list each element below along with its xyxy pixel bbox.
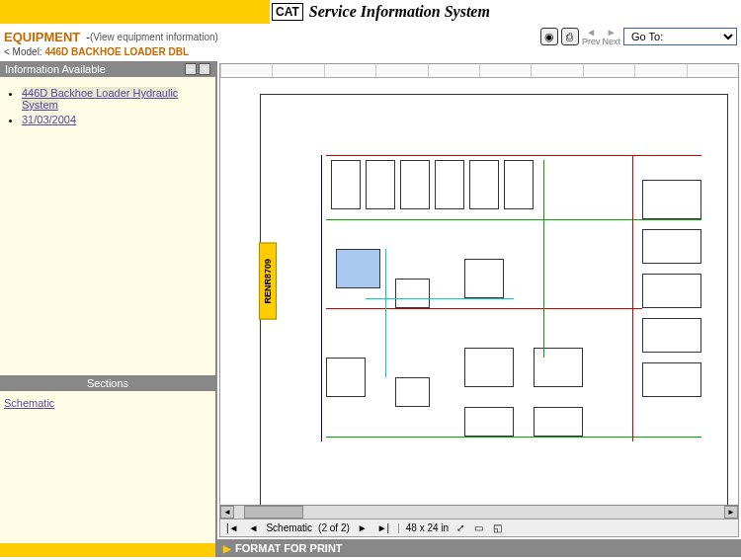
scroll-right-icon[interactable]: ►	[724, 506, 738, 519]
section-link-schematic[interactable]: Schematic	[4, 397, 54, 409]
view-equipment-link[interactable]: (View equipment information)	[90, 32, 218, 42]
schematic-canvas[interactable]: RENR8709	[260, 94, 728, 507]
equipment-row: EQUIPMENT - (View equipment information)…	[0, 24, 741, 46]
format-print-label: FORMAT FOR PRINT	[235, 542, 343, 554]
model-prefix: < Model:	[4, 46, 42, 57]
viewer-status-bar: |◄ ◄ Schematic (2 of 2) ► ►| | 48 x 24 i…	[220, 519, 738, 536]
nav-controls: ◉ ⎙ ◄ Prev ► Next Go To:	[540, 27, 737, 46]
scroll-thumb[interactable]	[244, 506, 303, 519]
goto-select[interactable]: Go To:	[623, 28, 737, 45]
content-area: RENR8709	[217, 61, 741, 557]
brand-logo: CAT	[272, 3, 303, 21]
info-link-hydraulic[interactable]: 446D Backhoe Loader Hydraulic System	[22, 87, 178, 111]
last-page-icon[interactable]: ►|	[375, 522, 392, 533]
prev-next-group: ◄ Prev ► Next	[582, 27, 620, 46]
schematic-drawing	[267, 101, 721, 500]
header-title-area: CAT Service Information System	[270, 0, 490, 24]
horizontal-scrollbar[interactable]: ◄ ►	[220, 505, 738, 519]
print-icon[interactable]: ⎙	[561, 28, 579, 45]
globe-icon[interactable]: ◉	[540, 28, 558, 45]
info-panel-title: Information Available	[5, 63, 183, 75]
main-area: Information Available – × 446D Backhoe L…	[0, 61, 741, 557]
model-row: < Model: 446D BACKHOE LOADER DBL	[0, 46, 741, 61]
sidebar-accent-bottom	[0, 543, 215, 557]
schematic-viewer[interactable]: RENR8709	[219, 63, 739, 537]
zoom-tool-icon[interactable]: ⤢	[454, 522, 466, 533]
status-dimensions: 48 x 24 in	[406, 522, 449, 533]
next-page-icon[interactable]: ►	[356, 522, 370, 533]
format-for-print-bar[interactable]: ▶ FORMAT FOR PRINT	[217, 539, 741, 557]
status-page-info: (2 of 2)	[318, 522, 350, 533]
info-link-date[interactable]: 31/03/2004	[22, 114, 76, 125]
minimize-icon[interactable]: –	[185, 63, 197, 75]
info-panel-header: Information Available – ×	[0, 61, 215, 77]
header-accent	[0, 0, 270, 24]
status-doc-label: Schematic	[266, 522, 312, 533]
model-value: 446D BACKHOE LOADER DBL	[44, 46, 189, 57]
fit-page-icon[interactable]: ◱	[491, 522, 504, 533]
prev-label: Prev	[582, 38, 601, 46]
ruler-top	[220, 64, 738, 78]
close-icon[interactable]: ×	[199, 63, 210, 75]
list-item: 446D Backhoe Loader Hydraulic System	[22, 87, 206, 111]
app-title: Service Information System	[309, 3, 490, 21]
chevron-right-icon: ▶	[223, 543, 231, 554]
scroll-left-icon[interactable]: ◄	[220, 506, 234, 519]
sidebar: Information Available – × 446D Backhoe L…	[0, 61, 217, 557]
next-label: Next	[602, 38, 620, 46]
info-list: 446D Backhoe Loader Hydraulic System 31/…	[0, 77, 215, 138]
sections-header: Sections	[0, 375, 215, 391]
section-item: Schematic	[0, 391, 215, 415]
prev-page-icon[interactable]: ◄	[247, 522, 261, 533]
list-item: 31/03/2004	[22, 114, 206, 125]
first-page-icon[interactable]: |◄	[224, 522, 241, 533]
header-bar: CAT Service Information System	[0, 0, 741, 24]
equipment-label: EQUIPMENT	[4, 30, 80, 44]
fit-width-icon[interactable]: ▭	[472, 522, 485, 533]
